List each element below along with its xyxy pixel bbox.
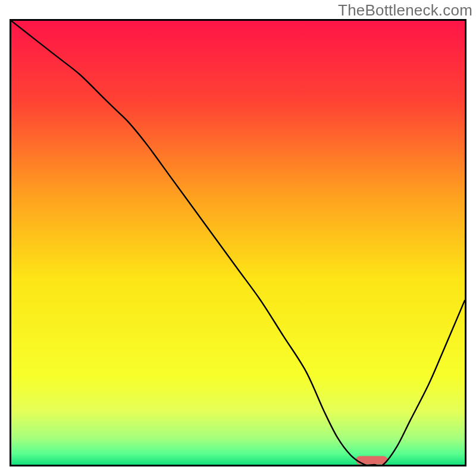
watermark-label: TheBottleneck.com (338, 1, 472, 20)
plot-area (10, 19, 466, 466)
background-gradient (11, 21, 465, 465)
chart-frame: TheBottleneck.com (0, 0, 476, 476)
chart-svg (11, 21, 465, 465)
